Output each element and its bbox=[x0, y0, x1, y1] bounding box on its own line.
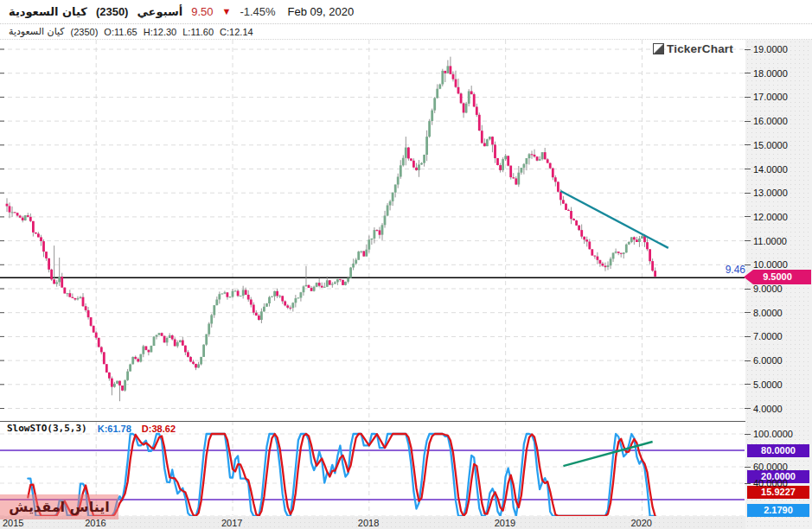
watermark-highlight: ايناس امقديش bbox=[0, 494, 118, 519]
price-axis-label-text: 13.0000 bbox=[753, 188, 788, 198]
price-axis-label: 14.0000 bbox=[745, 163, 788, 175]
axis-tick bbox=[745, 336, 751, 337]
price-axis-label-text: 7.0000 bbox=[753, 331, 783, 341]
price-axis-label-text: 19.0000 bbox=[753, 44, 788, 54]
sto-upper-level-badge: 80.0000 bbox=[747, 444, 809, 457]
axis-tick bbox=[745, 121, 751, 122]
axis-tick bbox=[745, 216, 751, 217]
year-label: 2019 bbox=[495, 518, 515, 528]
ohlc-symbol-code: (2350) bbox=[71, 27, 99, 37]
axis-tick bbox=[745, 483, 751, 484]
axis-tick bbox=[745, 408, 751, 409]
price-axis-label: 19.0000 bbox=[745, 43, 788, 55]
sto-axis-label-text: 100.0000 bbox=[753, 429, 793, 439]
axis-tick bbox=[745, 467, 751, 468]
price-axis-label: 10.0000 bbox=[745, 258, 788, 271]
price-axis-label-text: 14.0000 bbox=[753, 164, 788, 175]
price-axis-label: 18.0000 bbox=[745, 67, 788, 80]
sto-d-line bbox=[28, 434, 655, 516]
year-label: 2017 bbox=[221, 518, 242, 528]
axis-tick bbox=[745, 169, 751, 169]
price-axis-label: 8.0000 bbox=[745, 307, 783, 319]
symbol-code: (2350) bbox=[96, 5, 129, 18]
price-axis-label-text: 5.0000 bbox=[753, 379, 783, 390]
year-label: 2018 bbox=[358, 518, 379, 528]
year-label: 2015 bbox=[3, 518, 23, 528]
indicator-name[interactable]: SlowSTO(3,5,3) bbox=[7, 423, 87, 434]
tickerchart-window: كيان السعودية (2350) أسبوعي 9.50 ▼ -1.45… bbox=[0, 0, 812, 529]
ohlc-row: كيان السعودية (2350) O:11.65 H:12.30 L:1… bbox=[0, 24, 812, 40]
price-axis-label-text: 8.0000 bbox=[753, 308, 783, 318]
axis-tick bbox=[745, 312, 751, 313]
price-axis-label-text: 10.0000 bbox=[753, 259, 788, 270]
indicator-header: SlowSTO(3,5,3) K:61.78 D:38.62 bbox=[7, 423, 176, 434]
ohlc-close: C:12.14 bbox=[220, 27, 253, 37]
ohlc-symbol-name: كيان السعودية bbox=[9, 26, 65, 37]
axis-tick bbox=[745, 264, 751, 265]
axis-tick bbox=[745, 97, 751, 98]
axis-tick bbox=[745, 144, 751, 145]
axis-tick bbox=[745, 289, 751, 290]
price-axis-label-text: 16.0000 bbox=[753, 116, 788, 126]
support-level-label: 9.46 bbox=[716, 264, 745, 276]
ohlc-open: O:11.65 bbox=[104, 27, 137, 37]
axis-tick bbox=[745, 384, 751, 385]
price-axis-label-text: 17.0000 bbox=[753, 92, 788, 102]
price-trendline[interactable] bbox=[560, 191, 668, 248]
sto-k-line bbox=[28, 434, 655, 516]
tickerchart-logo-text: TickerChart bbox=[667, 42, 733, 55]
down-triangle-icon: ▼ bbox=[222, 7, 232, 16]
last-price: 9.50 bbox=[191, 5, 213, 18]
price-axis-label-text: 11.0000 bbox=[753, 236, 787, 246]
price-axis-label-text: 15.0000 bbox=[753, 140, 788, 150]
indicator-d-value: D:38.62 bbox=[142, 424, 176, 434]
price-axis-label-text: 9.0000 bbox=[753, 284, 783, 294]
quote-date: Feb 09, 2020 bbox=[288, 5, 355, 18]
sto-axis-label: 60.0000 bbox=[745, 461, 788, 473]
price-axis-label: 9.0000 bbox=[745, 283, 783, 295]
watermark-text: ايناس امقديش bbox=[9, 499, 109, 515]
symbol-name: كيان السعودية bbox=[9, 5, 87, 18]
price-axis-label: 6.0000 bbox=[745, 354, 783, 366]
sto-k-value-badge: 2.1790 bbox=[747, 504, 809, 517]
price-axis-label: 5.0000 bbox=[745, 379, 783, 391]
ohlc-low: L:11.60 bbox=[182, 27, 214, 37]
indicator-k-value: K:61.78 bbox=[98, 424, 131, 434]
price-axis-label: 7.0000 bbox=[745, 330, 783, 342]
price-axis-label: 16.0000 bbox=[745, 115, 788, 127]
price-axis-label: 17.0000 bbox=[745, 91, 788, 103]
price-axis-label: 4.0000 bbox=[745, 403, 783, 415]
price-axis-label-text: 4.0000 bbox=[753, 404, 783, 414]
axis-tick bbox=[745, 49, 751, 50]
axis-tick bbox=[745, 193, 751, 194]
tickerchart-logo-icon bbox=[653, 43, 664, 54]
chart-canvas[interactable] bbox=[0, 0, 812, 529]
price-axis-label-text: 12.0000 bbox=[753, 212, 788, 222]
ohlc-high: H:12.30 bbox=[144, 27, 177, 37]
price-axis-label: 12.0000 bbox=[745, 211, 788, 223]
price-axis-label: 15.0000 bbox=[745, 139, 788, 151]
price-axis-label-text: 6.0000 bbox=[753, 355, 783, 366]
sto-axis-label: 100.0000 bbox=[745, 428, 793, 440]
axis-tick bbox=[745, 360, 751, 361]
year-label: 2016 bbox=[85, 518, 105, 528]
year-label: 2020 bbox=[630, 518, 651, 528]
sto-axis-label-text: 60.0000 bbox=[753, 462, 788, 472]
price-axis-label: 13.0000 bbox=[745, 187, 788, 199]
axis-tick bbox=[745, 73, 751, 73]
price-axis-label-text: 18.0000 bbox=[753, 68, 788, 79]
candlestick-series[interactable] bbox=[6, 57, 656, 402]
tickerchart-logo[interactable]: TickerChart bbox=[653, 42, 733, 55]
sto-axis-label-text: 40.0000 bbox=[753, 478, 788, 488]
title-bar: كيان السعودية (2350) أسبوعي 9.50 ▼ -1.45… bbox=[0, 0, 812, 24]
price-axis-label: 11.0000 bbox=[745, 235, 787, 247]
sto-axis-label: 40.0000 bbox=[745, 477, 788, 489]
axis-tick bbox=[745, 434, 751, 435]
change-percent: -1.45% bbox=[240, 5, 275, 18]
axis-tick bbox=[745, 240, 751, 241]
timeframe-label[interactable]: أسبوعي bbox=[137, 5, 182, 18]
